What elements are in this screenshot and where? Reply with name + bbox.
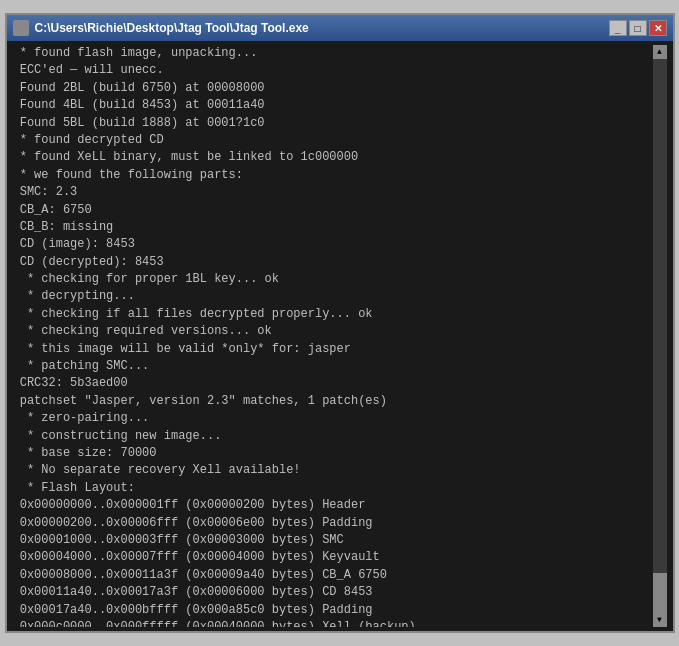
console-output: * found flash image, unpacking... ECC'ed…: [13, 45, 653, 627]
cmd-icon: [13, 20, 29, 36]
maximize-button[interactable]: □: [629, 20, 647, 36]
console-area: * found flash image, unpacking... ECC'ed…: [7, 41, 673, 631]
window-controls: _ □ ✕: [609, 20, 667, 36]
close-button[interactable]: ✕: [649, 20, 667, 36]
minimize-button[interactable]: _: [609, 20, 627, 36]
scrollbar[interactable]: ▲ ▼: [653, 45, 667, 627]
scroll-track[interactable]: [653, 59, 667, 613]
window-title: C:\Users\Richie\Desktop\Jtag Tool\Jtag T…: [35, 21, 309, 35]
title-bar: C:\Users\Richie\Desktop\Jtag Tool\Jtag T…: [7, 15, 673, 41]
scroll-down-arrow[interactable]: ▼: [653, 613, 667, 627]
scroll-up-arrow[interactable]: ▲: [653, 45, 667, 59]
scroll-thumb[interactable]: [653, 573, 667, 613]
title-bar-left: C:\Users\Richie\Desktop\Jtag Tool\Jtag T…: [13, 20, 309, 36]
main-window: C:\Users\Richie\Desktop\Jtag Tool\Jtag T…: [5, 13, 675, 633]
